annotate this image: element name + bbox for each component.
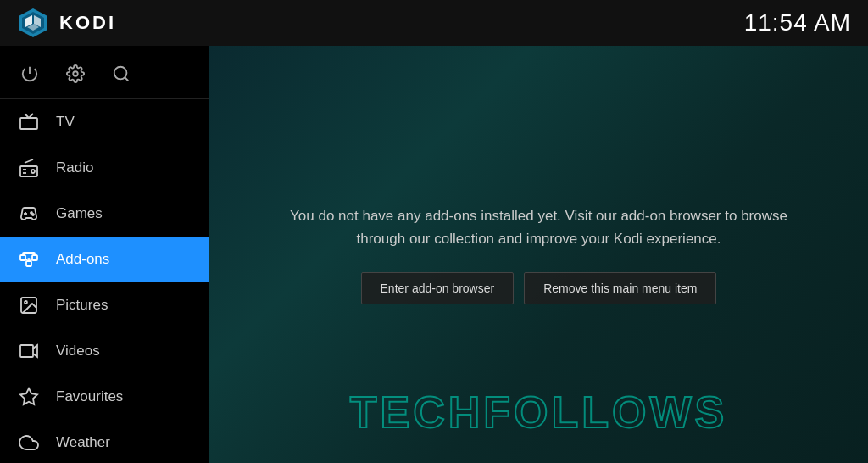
sidebar-label-radio: Radio (56, 159, 93, 176)
addons-message: You do not have any add-ons installed ye… (285, 204, 793, 250)
brand-area: KODI (17, 7, 116, 39)
main-layout: TV Radio (0, 46, 868, 463)
svg-rect-18 (32, 255, 37, 260)
settings-button[interactable] (63, 61, 88, 86)
sidebar-item-videos[interactable]: Videos (0, 328, 209, 374)
clock-display: 11:54 AM (744, 9, 851, 36)
svg-rect-17 (20, 255, 25, 260)
svg-point-21 (25, 301, 27, 304)
svg-rect-22 (20, 345, 33, 357)
radio-icon (17, 156, 41, 180)
kodi-logo-icon (17, 7, 49, 39)
pictures-icon (17, 293, 41, 317)
sidebar-item-addons[interactable]: Add-ons (0, 237, 209, 282)
weather-icon (17, 431, 41, 455)
svg-line-7 (125, 77, 128, 81)
svg-rect-8 (20, 118, 37, 129)
sidebar-item-weather[interactable]: Weather (0, 420, 209, 463)
remove-menu-item-button[interactable]: Remove this main menu item (524, 272, 716, 304)
sidebar-label-addons: Add-ons (56, 251, 109, 268)
search-button[interactable] (108, 61, 134, 86)
svg-rect-19 (26, 261, 31, 266)
sidebar-top-icons (0, 46, 209, 99)
svg-marker-23 (20, 388, 37, 404)
svg-point-10 (31, 170, 35, 173)
tv-icon (17, 110, 41, 134)
sidebar-item-radio[interactable]: Radio (0, 145, 209, 191)
enter-addon-browser-button[interactable]: Enter add-on browser (361, 272, 515, 304)
power-button[interactable] (17, 61, 42, 86)
sidebar-label-pictures: Pictures (56, 297, 108, 314)
sidebar-label-games: Games (56, 205, 103, 222)
watermark-text: TECHFOLLOWS (350, 387, 728, 438)
svg-point-16 (32, 214, 34, 215)
favourites-icon (17, 385, 41, 409)
header: KODI 11:54 AM (0, 0, 868, 46)
videos-icon (17, 339, 41, 363)
sidebar-item-favourites[interactable]: Favourites (0, 374, 209, 420)
sidebar-nav: TV Radio (0, 99, 209, 463)
content-buttons: Enter add-on browser Remove this main me… (361, 272, 717, 304)
sidebar-label-videos: Videos (56, 343, 100, 360)
games-icon (17, 202, 41, 226)
content-area: You do not have any add-ons installed ye… (209, 46, 868, 463)
addons-icon (17, 248, 41, 271)
sidebar-item-tv[interactable]: TV (0, 99, 209, 145)
svg-point-5 (73, 71, 78, 76)
sidebar-label-weather: Weather (56, 434, 110, 451)
svg-point-6 (114, 67, 127, 80)
sidebar-label-favourites: Favourites (56, 388, 123, 405)
sidebar-item-games[interactable]: Games (0, 191, 209, 237)
sidebar-item-pictures[interactable]: Pictures (0, 282, 209, 328)
sidebar: TV Radio (0, 46, 209, 463)
sidebar-label-tv: TV (56, 114, 75, 131)
brand-name: KODI (59, 12, 116, 34)
